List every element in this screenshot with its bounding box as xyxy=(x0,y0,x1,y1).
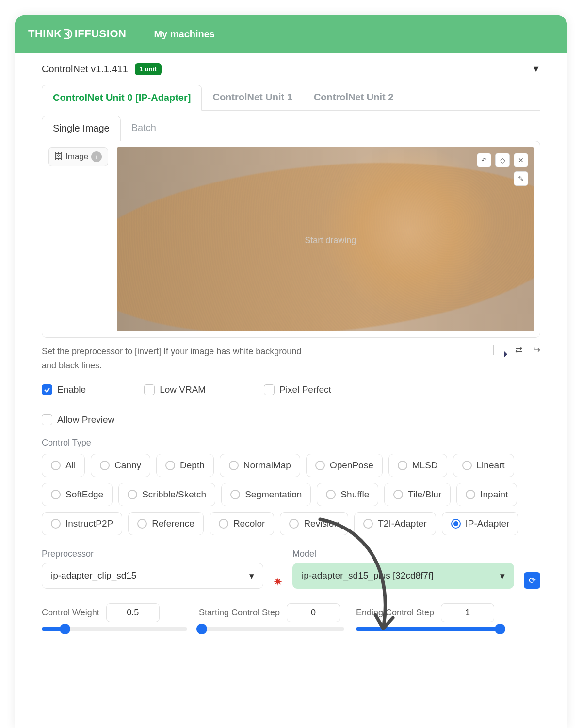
starting-step-input[interactable]: 0 xyxy=(287,603,340,622)
section-title: ControlNet v1.1.411 xyxy=(42,64,128,75)
checkboxes: Enable Low VRAM Pixel Perfect Allow Prev… xyxy=(42,384,540,425)
check-pixel-perfect-label: Pixel Perfect xyxy=(279,384,331,395)
model-dropdown[interactable]: ip-adapter_sd15_plus [32cd8f7f] ▾ xyxy=(292,563,514,589)
preprocessor-label: Preprocessor xyxy=(42,549,263,559)
radio-ip-adapter[interactable]: IP-Adapter xyxy=(442,512,519,535)
hint-tools: ⇄ ↪ xyxy=(493,345,540,355)
radio-segmentation[interactable]: Segmentation xyxy=(221,483,311,506)
send-up-icon[interactable]: ↪ xyxy=(533,345,540,355)
ending-step-input[interactable]: 1 xyxy=(441,603,494,622)
checkbox-icon xyxy=(144,384,155,395)
model-col: Model ip-adapter_sd15_plus [32cd8f7f] ▾ xyxy=(292,549,514,589)
control-type-label: Control Type xyxy=(42,438,540,448)
control-weight-label: Control Weight xyxy=(42,608,99,618)
radio-normalmap[interactable]: NormalMap xyxy=(220,454,300,477)
radio-mlsd[interactable]: MLSD xyxy=(388,454,447,477)
check-enable[interactable]: Enable xyxy=(42,384,86,395)
refresh-button[interactable]: ⟳ xyxy=(524,572,540,589)
close-icon[interactable]: ✕ xyxy=(514,153,528,167)
checkbox-icon xyxy=(42,384,52,395)
radio-canny[interactable]: Canny xyxy=(91,454,150,477)
brand-text-1: THINK xyxy=(28,28,62,40)
chevron-down-icon: ▾ xyxy=(500,570,505,581)
info-icon[interactable]: i xyxy=(91,151,102,162)
ending-step-col: Ending Control Step 1 xyxy=(356,603,501,631)
tab-unit-1[interactable]: ControlNet Unit 1 xyxy=(202,85,303,110)
subtab-batch[interactable]: Batch xyxy=(121,116,167,141)
undo-icon[interactable]: ↶ xyxy=(477,153,491,167)
radio-inpaint[interactable]: Inpaint xyxy=(456,483,517,506)
model-value: ip-adapter_sd15_plus [32cd8f7f] xyxy=(302,570,433,581)
tab-unit-0[interactable]: ControlNet Unit 0 [IP-Adapter] xyxy=(42,85,202,111)
brand-text-2: IFFUSION xyxy=(75,28,127,40)
radio-openpose[interactable]: OpenPose xyxy=(306,454,383,477)
tab-unit-2[interactable]: ControlNet Unit 2 xyxy=(303,85,404,110)
radio-scribble[interactable]: Scribble/Sketch xyxy=(118,483,215,506)
check-allow-preview[interactable]: Allow Preview xyxy=(42,414,540,425)
radio-lineart[interactable]: Lineart xyxy=(453,454,514,477)
erase-icon[interactable]: ◇ xyxy=(495,153,510,167)
brand-logo: THINK IFFUSION xyxy=(28,28,126,40)
radio-tileblur[interactable]: Tile/Blur xyxy=(384,483,451,506)
subtab-single-image[interactable]: Single Image xyxy=(42,116,121,141)
preprocessor-dropdown[interactable]: ip-adapter_clip_sd15 ▾ xyxy=(42,563,263,589)
hint-row: Set the preprocessor to [invert] If your… xyxy=(42,345,540,373)
new-doc-icon[interactable] xyxy=(493,345,494,355)
image-icon: 🖼 xyxy=(54,152,63,162)
model-label: Model xyxy=(292,549,514,559)
checkbox-icon xyxy=(264,384,275,395)
panel: ControlNet v1.1.411 1 unit ▼ ControlNet … xyxy=(15,53,567,631)
check-low-vram-label: Low VRAM xyxy=(160,384,206,395)
image-tools: ↶ ◇ ✕ ✎ xyxy=(477,153,528,186)
radio-revision[interactable]: Revision xyxy=(280,512,348,535)
image-tab-label: Image xyxy=(65,152,88,162)
collapse-icon[interactable]: ▼ xyxy=(532,64,540,74)
sliders-row: Control Weight 0.5 Starting Control Step… xyxy=(42,603,540,631)
ending-step-label: Ending Control Step xyxy=(356,608,434,618)
control-weight-slider[interactable] xyxy=(42,627,187,631)
brand-d-icon xyxy=(63,29,74,39)
control-weight-col: Control Weight 0.5 xyxy=(42,603,187,631)
checkbox-icon xyxy=(42,414,52,425)
check-enable-label: Enable xyxy=(57,384,86,395)
dropdown-row: Preprocessor ip-adapter_clip_sd15 ▾ ✷ Mo… xyxy=(42,549,540,589)
refresh-icon: ⟳ xyxy=(529,575,536,586)
swap-icon[interactable]: ⇄ xyxy=(515,345,522,355)
topbar: THINK IFFUSION My machines xyxy=(15,15,567,53)
starting-step-label: Starting Control Step xyxy=(199,608,280,618)
starting-step-slider[interactable] xyxy=(199,627,344,631)
radio-all[interactable]: All xyxy=(42,454,85,477)
radio-reference[interactable]: Reference xyxy=(128,512,204,535)
check-low-vram[interactable]: Low VRAM xyxy=(144,384,206,395)
check-pixel-perfect[interactable]: Pixel Perfect xyxy=(264,384,331,395)
explosion-icon[interactable]: ✷ xyxy=(273,575,283,589)
radio-depth[interactable]: Depth xyxy=(156,454,214,477)
chevron-down-icon: ▾ xyxy=(249,570,254,581)
check-allow-preview-label: Allow Preview xyxy=(57,414,114,425)
pencil-icon[interactable]: ✎ xyxy=(514,171,528,186)
radio-recolor[interactable]: Recolor xyxy=(210,512,274,535)
radio-softedge[interactable]: SoftEdge xyxy=(42,483,113,506)
image-canvas[interactable]: Start drawing ↶ ◇ ✕ ✎ xyxy=(117,147,534,331)
nav-my-machines[interactable]: My machines xyxy=(154,29,215,40)
subtabs: Single Image Batch xyxy=(42,116,540,141)
ending-step-slider[interactable] xyxy=(356,627,501,631)
section-header[interactable]: ControlNet v1.1.411 1 unit ▼ xyxy=(42,63,540,75)
image-source-tab[interactable]: 🖼 Image i xyxy=(48,147,108,166)
topbar-divider xyxy=(140,24,140,44)
tabs: ControlNet Unit 0 [IP-Adapter] ControlNe… xyxy=(42,85,540,111)
control-weight-input[interactable]: 0.5 xyxy=(106,603,160,622)
preprocessor-col: Preprocessor ip-adapter_clip_sd15 ▾ xyxy=(42,549,263,589)
preprocessor-value: ip-adapter_clip_sd15 xyxy=(51,570,136,581)
starting-step-col: Starting Control Step 0 xyxy=(199,603,344,631)
image-panel: 🖼 Image i Start drawing ↶ ◇ ✕ xyxy=(42,141,540,338)
start-drawing-label: Start drawing xyxy=(305,235,356,246)
hint-text: Set the preprocessor to [invert] If your… xyxy=(42,345,313,373)
radio-t2i-adapter[interactable]: T2I-Adapter xyxy=(354,512,436,535)
app-frame: THINK IFFUSION My machines ControlNet v1… xyxy=(15,15,567,728)
radio-shuffle[interactable]: Shuffle xyxy=(317,483,378,506)
control-type-grid: All Canny Depth NormalMap OpenPose MLSD … xyxy=(42,454,540,535)
unit-badge: 1 unit xyxy=(135,63,162,75)
radio-instructp2p[interactable]: InstructP2P xyxy=(42,512,122,535)
